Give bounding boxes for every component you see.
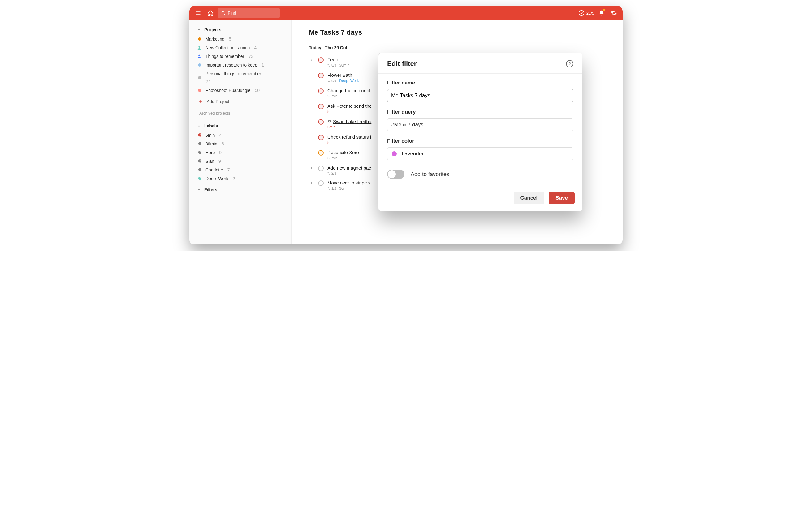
cancel-button[interactable]: Cancel xyxy=(514,192,545,204)
project-color-dot xyxy=(198,89,201,92)
svg-point-7 xyxy=(579,10,584,16)
expand-icon[interactable] xyxy=(309,180,314,185)
expand-icon xyxy=(309,134,314,136)
search-box[interactable] xyxy=(218,8,280,18)
save-button[interactable]: Save xyxy=(549,192,575,204)
project-count: 50 xyxy=(255,88,260,93)
tag-icon xyxy=(197,133,202,137)
svg-point-8 xyxy=(198,46,200,48)
search-input[interactable] xyxy=(228,10,277,16)
archived-projects[interactable]: Archived projects xyxy=(190,107,291,119)
edit-filter-modal: Edit filter ? Filter name Filter query F… xyxy=(378,53,582,211)
settings-icon[interactable] xyxy=(609,8,619,18)
label-name: 5min xyxy=(205,133,215,138)
project-count: 27 xyxy=(205,79,284,84)
notifications-icon[interactable] xyxy=(597,8,607,18)
sidebar-label-item[interactable]: Sian9 xyxy=(190,157,291,166)
subtask-count: 2/3 xyxy=(327,171,336,175)
filters-header[interactable]: Filters xyxy=(190,186,291,193)
home-icon[interactable] xyxy=(205,8,215,18)
subtask-count: 1/2 xyxy=(327,187,336,190)
project-name: Important research to keep xyxy=(205,62,257,67)
svg-point-3 xyxy=(222,11,224,14)
productivity-button[interactable]: 21/5 xyxy=(578,10,594,16)
filter-name-label: Filter name xyxy=(387,80,573,86)
checkmark-circle-icon xyxy=(578,10,585,16)
svg-point-14 xyxy=(328,80,329,81)
task-checkbox[interactable] xyxy=(318,88,324,94)
task-checkbox[interactable] xyxy=(318,166,324,171)
task-checkbox[interactable] xyxy=(318,57,324,63)
sidebar-project-item[interactable]: Photoshoot Hua/Jungle50 xyxy=(190,86,291,95)
project-color-dot xyxy=(198,76,201,79)
tag-icon xyxy=(197,168,202,172)
plus-icon xyxy=(198,99,203,104)
project-count: 1 xyxy=(261,62,264,67)
task-label: 30min xyxy=(339,63,349,67)
chevron-down-icon xyxy=(197,188,201,192)
favorites-toggle[interactable] xyxy=(387,170,404,179)
person-icon xyxy=(197,54,202,59)
projects-header[interactable]: Projects xyxy=(190,26,291,33)
add-task-icon[interactable] xyxy=(566,8,576,18)
add-project-button[interactable]: Add Project xyxy=(190,96,291,107)
sidebar-label-item[interactable]: Here9 xyxy=(190,148,291,157)
sidebar-label-item[interactable]: 5min4 xyxy=(190,131,291,140)
label-count: 2 xyxy=(233,176,235,181)
sidebar-label-item[interactable]: Charlotte7 xyxy=(190,166,291,174)
sidebar-project-item[interactable]: New Collection Launch4 xyxy=(190,43,291,52)
svg-point-17 xyxy=(328,172,329,173)
expand-icon xyxy=(309,73,314,74)
label-count: 7 xyxy=(227,167,230,172)
sidebar-project-item[interactable]: Things to remember73 xyxy=(190,52,291,61)
task-checkbox[interactable] xyxy=(318,119,324,125)
sidebar-project-item[interactable]: Marketing5 xyxy=(190,35,291,43)
svg-point-18 xyxy=(329,174,330,174)
filter-query-input[interactable] xyxy=(387,118,573,131)
project-name: Things to remember xyxy=(205,54,244,59)
svg-point-13 xyxy=(329,66,330,66)
project-name: Personal things to remember xyxy=(205,71,261,76)
notification-badge xyxy=(603,9,605,11)
label-count: 4 xyxy=(219,133,222,138)
project-name: Photoshoot Hua/Jungle xyxy=(205,88,251,93)
menu-icon[interactable] xyxy=(193,8,203,18)
sidebar-label-item[interactable]: Deep_Work2 xyxy=(190,174,291,183)
label-count: 6 xyxy=(222,141,224,146)
expand-icon xyxy=(309,119,314,120)
subtask-count: 9/9 xyxy=(327,79,336,83)
labels-header[interactable]: Labels xyxy=(190,122,291,130)
label-count: 9 xyxy=(219,150,222,155)
expand-icon[interactable] xyxy=(309,57,314,61)
sidebar-project-item[interactable]: Important research to keep1 xyxy=(190,61,291,69)
project-count: 73 xyxy=(249,54,254,59)
project-count: 4 xyxy=(254,45,257,50)
task-label: 30min xyxy=(339,186,349,191)
expand-icon xyxy=(309,150,314,151)
filters-header-label: Filters xyxy=(204,187,217,192)
sidebar-label-item[interactable]: 30min6 xyxy=(190,140,291,148)
modal-title: Edit filter xyxy=(387,60,416,68)
expand-icon[interactable] xyxy=(309,165,314,170)
project-color-dot xyxy=(198,63,201,66)
task-checkbox[interactable] xyxy=(318,73,324,78)
task-checkbox[interactable] xyxy=(318,104,324,109)
filter-name-input[interactable] xyxy=(387,89,573,102)
filter-color-select[interactable]: Lavender xyxy=(387,147,573,160)
chevron-down-icon xyxy=(197,28,201,32)
tag-icon xyxy=(197,176,202,181)
expand-icon xyxy=(309,103,314,105)
filter-color-label: Filter color xyxy=(387,138,573,144)
task-checkbox[interactable] xyxy=(318,135,324,140)
chevron-down-icon xyxy=(197,124,201,128)
filter-query-label: Filter query xyxy=(387,109,573,115)
date-header: Today · Thu 29 Oct xyxy=(309,45,605,50)
task-checkbox[interactable] xyxy=(318,180,324,186)
project-count: 5 xyxy=(229,36,231,41)
help-icon[interactable]: ? xyxy=(566,60,573,67)
label-name: Deep_Work xyxy=(205,176,228,181)
svg-point-20 xyxy=(329,189,330,190)
task-checkbox[interactable] xyxy=(318,150,324,155)
sidebar-project-item[interactable]: Personal things to remember27 xyxy=(190,69,291,86)
label-name: Here xyxy=(205,150,215,155)
